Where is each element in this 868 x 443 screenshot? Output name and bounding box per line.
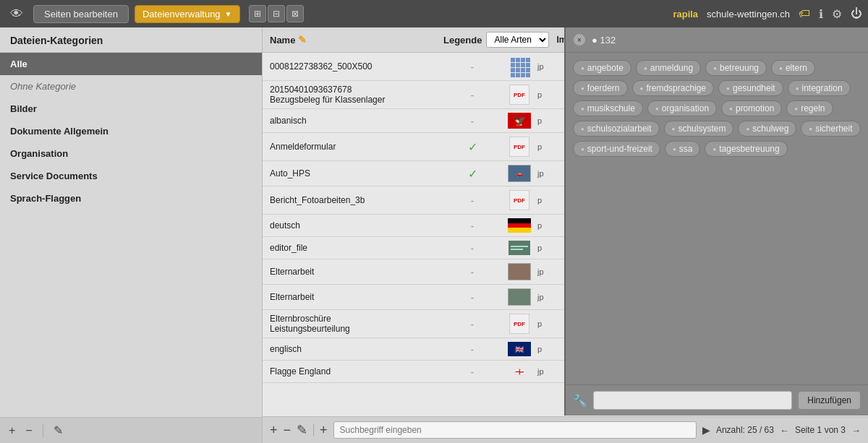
prev-page-button[interactable]: ←	[780, 425, 789, 436]
footer-separator	[313, 423, 314, 436]
tag-panel-close-button[interactable]: ×	[573, 33, 586, 46]
tag-pill-promotion[interactable]: promotion	[721, 100, 782, 116]
add-file-button-2[interactable]: +	[320, 423, 328, 438]
photo-thumb-icon	[508, 263, 531, 280]
tag-pill-fremdsprachige[interactable]: fremdsprachige	[632, 80, 715, 96]
tag-pill-integration[interactable]: integration	[788, 80, 851, 96]
file-ext: jp	[537, 169, 559, 178]
editor-file-icon	[509, 241, 530, 255]
dropdown-arrow-icon: ▼	[225, 10, 232, 18]
add-category-button[interactable]: +	[6, 423, 18, 439]
file-thumb	[501, 288, 537, 306]
rapila-label: rapila	[673, 9, 698, 20]
sidebar-item-sprach-flaggen[interactable]: Sprach-Flaggen	[0, 187, 262, 210]
tag-pill-tagesbetreuung[interactable]: tagesbetreuung	[705, 141, 787, 157]
tag-pill-regeln[interactable]: regeln	[786, 100, 833, 116]
file-legende: -	[443, 90, 501, 100]
layout-btn-1[interactable]: ⊞	[249, 5, 266, 22]
tag-pill-schulweg[interactable]: schulweg	[738, 121, 796, 137]
sidebar-item-alle[interactable]: Alle	[0, 53, 262, 75]
sidebar-item-ohne-kategorie[interactable]: Ohne Kategorie	[0, 75, 262, 98]
file-ext: jp	[537, 367, 559, 376]
file-ext: p	[537, 319, 559, 328]
flag-gb-icon: 🇬🇧	[508, 342, 531, 356]
edit-category-button[interactable]: ✎	[51, 422, 66, 439]
datei-dropdown[interactable]: Dateienverwaltung ▼	[135, 5, 240, 23]
layout-btn-2[interactable]: ⊟	[268, 5, 285, 22]
eye-button[interactable]: 👁	[6, 5, 27, 23]
tag-pill-betreuung[interactable]: betreuung	[705, 60, 767, 76]
next-page-button[interactable]: →	[851, 425, 861, 436]
tag-input[interactable]	[593, 391, 792, 410]
footer-right: Anzahl: 25 / 63 ← Seite 1 von 3 →	[716, 425, 861, 436]
seiten-bearbeiten-button[interactable]: Seiten bearbeiten	[33, 5, 129, 23]
file-ext: p	[537, 142, 559, 151]
layout-btn-3[interactable]: ⊠	[286, 5, 304, 22]
photo-thumb-icon	[508, 288, 531, 306]
file-name: Auto_HPS	[270, 168, 443, 179]
add-file-button[interactable]: +	[270, 423, 278, 438]
file-legende: -	[443, 344, 501, 355]
file-thumb: PDF	[501, 190, 537, 210]
tag-pill-schulsystem[interactable]: schulsystem	[664, 121, 734, 137]
sidebar-item-dokumente-allgemein[interactable]: Dokumente Allgemein	[0, 120, 262, 142]
flag-england-icon: 🏴󠁧󠁢󠁥󠁮󠁧󠁿	[508, 364, 531, 379]
content-footer: + − ✎ + ▶ Anzahl: 25 / 63 ← Seite 1 von …	[263, 416, 868, 443]
main-area: Dateien-Kategorien Alle Ohne Kategorie B…	[0, 27, 868, 443]
file-legende: ✓	[443, 167, 501, 181]
col-legende-header: Legende Alle Arten	[443, 32, 549, 48]
remove-file-button[interactable]: −	[284, 423, 292, 438]
tag-pill-sport-und-freizeit[interactable]: sport-und-freizeit	[573, 141, 660, 157]
file-name: 20150401093637678Bezugsbeleg für Klassen…	[270, 85, 443, 105]
file-name: deutsch	[270, 220, 443, 231]
settings-icon[interactable]: ⚙	[832, 7, 842, 21]
tag-pill-musikschule[interactable]: musikschule	[573, 100, 643, 116]
tag-pill-gesundheit[interactable]: gesundheit	[718, 80, 783, 96]
legende-select[interactable]: Alle Arten	[486, 32, 549, 48]
file-ext: p	[537, 221, 559, 230]
search-play-button[interactable]: ▶	[702, 424, 710, 436]
info-icon[interactable]: ℹ	[819, 7, 823, 21]
tag-pill-anmeldung[interactable]: anmeldung	[636, 60, 701, 76]
tag-pill-foerdern[interactable]: foerdern	[573, 80, 628, 96]
tag-pill-sicherheit[interactable]: sicherheit	[801, 121, 860, 137]
hinzufuegen-button[interactable]: Hinzufügen	[798, 391, 861, 410]
file-thumb	[501, 218, 537, 233]
file-ext: jp	[537, 293, 559, 301]
tag-pill-eltern[interactable]: eltern	[771, 60, 815, 76]
sidebar-item-organisation[interactable]: Organisation	[0, 142, 262, 165]
file-name: editor_file	[270, 243, 443, 253]
sidebar-header: Dateien-Kategorien	[0, 27, 262, 53]
edit-name-icon[interactable]: ✎	[298, 34, 307, 46]
tag-pill-ssa[interactable]: ssa	[665, 141, 701, 157]
edit-file-button[interactable]: ✎	[297, 422, 307, 438]
file-thumb	[501, 56, 537, 77]
sidebar-item-bilder[interactable]: Bilder	[0, 98, 262, 120]
file-ext: jp	[537, 267, 559, 276]
search-input[interactable]	[333, 421, 697, 439]
tag-pill-organisation[interactable]: organisation	[647, 100, 717, 116]
wrench-icon[interactable]: 🔧	[573, 394, 587, 408]
file-legende: -	[443, 116, 501, 126]
tag-pill-schulsozialarbeit[interactable]: schulsozialarbeit	[573, 121, 660, 137]
file-name: englisch	[270, 344, 443, 354]
file-name: 0008122738362_500X500	[270, 61, 443, 72]
sidebar-item-service-documents[interactable]: Service Documents	[0, 165, 262, 187]
power-icon[interactable]: ⏻	[851, 7, 862, 20]
separator	[43, 424, 43, 437]
file-thumb: 🏴󠁧󠁢󠁥󠁮󠁧󠁿	[501, 364, 537, 379]
tag-pill-angebote[interactable]: angebote	[573, 60, 631, 76]
tag-panel-header: × ● 132	[566, 27, 868, 53]
layout-buttons: ⊞ ⊟ ⊠	[249, 5, 304, 22]
file-legende: ✓	[443, 140, 501, 154]
file-name: Anmeldeformular	[270, 142, 443, 152]
tag-count: ● 132	[592, 35, 616, 46]
tag-icon[interactable]: 🏷	[799, 7, 810, 20]
photo-thumb-icon: 🚗	[508, 165, 531, 182]
count-label: Anzahl: 25 / 63	[716, 425, 774, 435]
remove-category-button[interactable]: −	[22, 423, 35, 439]
tag-panel-footer: 🔧 Hinzufügen	[566, 384, 868, 416]
file-legende: -	[443, 195, 501, 206]
pdf-thumb-icon: PDF	[509, 190, 529, 210]
file-thumb: PDF	[501, 85, 537, 105]
